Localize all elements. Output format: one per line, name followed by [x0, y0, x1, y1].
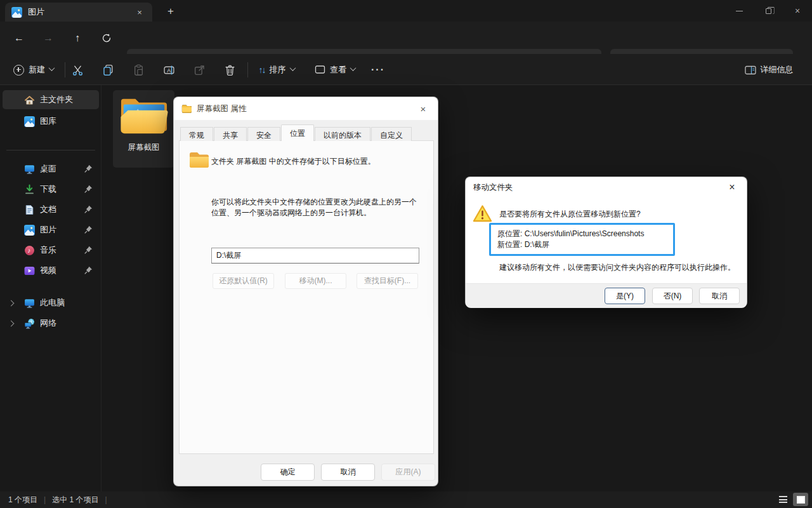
original-location-text: 原位置: C:\Users\fulin\Pictures\Screenshots [497, 229, 673, 239]
sidebar-item-network[interactable]: 网络 [3, 314, 99, 333]
details-view-button[interactable] [775, 493, 790, 506]
sort-icon: ↑↓ [259, 65, 265, 75]
location-highlight-box: 原位置: C:\Users\fulin\Pictures\Screenshots… [489, 223, 675, 256]
sidebar-item-music[interactable]: ♪ 音乐 [3, 241, 99, 260]
cut-icon [72, 64, 84, 76]
view-icon [315, 65, 325, 75]
properties-dialog-title: 屏幕截图 属性 [197, 104, 246, 114]
maximize-button[interactable] [754, 0, 783, 22]
folder-small-icon [181, 104, 192, 113]
new-tab-button[interactable]: + [162, 4, 179, 19]
new-button[interactable]: 新建 [8, 59, 60, 81]
up-button[interactable]: ↑ [67, 28, 88, 48]
new-location-text: 新位置: D:\截屏 [497, 239, 673, 250]
sort-button[interactable]: ↑↓ 排序 [251, 59, 302, 81]
warning-icon [473, 204, 492, 223]
explorer-tab[interactable]: 图片 × [5, 3, 152, 22]
new-plus-icon [13, 65, 24, 76]
gallery-icon [24, 116, 35, 127]
copy-button[interactable] [96, 59, 119, 81]
ok-button[interactable]: 确定 [261, 464, 315, 481]
status-divider: | [105, 495, 107, 504]
restore-icon [766, 8, 771, 14]
pictures-app-icon [11, 7, 22, 18]
sidebar-item-thispc[interactable]: 此电脑 [3, 293, 99, 312]
sidebar-item-pictures[interactable]: 图片 [3, 220, 99, 239]
yes-button[interactable]: 是(Y) [605, 288, 645, 304]
tab-close-icon[interactable]: × [133, 6, 146, 18]
command-bar: 新建 A ↑↓ 排序 查看 [0, 54, 812, 85]
new-button-label: 新建 [29, 64, 45, 76]
sidebar-item-label: 图片 [40, 224, 56, 236]
tab-security[interactable]: 安全 [247, 127, 280, 141]
chevron-down-icon [49, 65, 55, 71]
pin-icon [84, 185, 93, 193]
move-button[interactable]: 移动(M)... [285, 273, 346, 289]
window-controls: × [724, 0, 812, 22]
refresh-button[interactable] [96, 28, 117, 48]
cancel-button[interactable]: 取消 [321, 464, 375, 481]
location-intro-text: 文件夹 屏幕截图 中的文件存储于以下目标位置。 [211, 156, 421, 166]
move-question-text: 是否要将所有文件从原位置移动到新位置? [499, 209, 641, 220]
find-target-button[interactable]: 查找目标(F)... [357, 273, 418, 289]
thumbnail-view-button[interactable] [793, 493, 808, 506]
sidebar-item-desktop[interactable]: 桌面 [3, 159, 99, 178]
svg-text:♪: ♪ [27, 247, 30, 254]
view-button[interactable]: 查看 [308, 59, 362, 81]
tab-customize[interactable]: 自定义 [371, 127, 412, 141]
more-button[interactable]: ··· [367, 59, 390, 81]
details-pane-button[interactable]: 详细信息 [735, 59, 803, 81]
folder-icon [119, 95, 169, 135]
home-icon [24, 95, 35, 105]
folder-icon [188, 151, 210, 169]
sidebar-item-label: 图库 [40, 116, 56, 127]
sidebar-item-downloads[interactable]: 下载 [3, 180, 99, 199]
location-path-input[interactable] [211, 248, 419, 264]
rename-button[interactable]: A [157, 59, 180, 81]
no-button[interactable]: 否(N) [652, 288, 693, 304]
share-button[interactable] [188, 59, 211, 81]
cancel-button[interactable]: 取消 [699, 288, 740, 304]
tab-general[interactable]: 常规 [180, 127, 213, 141]
tab-previous-versions[interactable]: 以前的版本 [315, 127, 370, 141]
paste-button[interactable] [127, 59, 150, 81]
properties-tabs: 常规 共享 安全 位置 以前的版本 自定义 [180, 125, 412, 141]
thumbnail-view-icon [797, 496, 805, 504]
refresh-icon [102, 33, 112, 43]
pictures-icon [24, 225, 35, 236]
properties-close-icon[interactable]: × [409, 97, 438, 120]
cut-button[interactable] [66, 59, 89, 81]
sidebar-item-videos[interactable]: 视频 [3, 261, 99, 280]
sidebar-item-label: 网络 [40, 318, 56, 329]
pin-icon [84, 164, 93, 173]
expand-chevron-icon[interactable] [8, 300, 15, 306]
sidebar-item-home[interactable]: 主文件夹 [3, 90, 99, 109]
view-toggle [775, 493, 808, 506]
close-button[interactable]: × [783, 0, 812, 22]
sidebar-item-documents[interactable]: 文档 [3, 200, 99, 219]
folder-tile-screenshots[interactable]: 屏幕截图 [113, 90, 174, 168]
forward-button[interactable]: → [38, 28, 58, 48]
status-bar: 1 个项目 | 选中 1 个项目 | [0, 491, 812, 508]
sidebar-item-label: 此电脑 [40, 297, 65, 309]
restore-default-button[interactable]: 还原默认值(R) [213, 273, 274, 289]
sidebar-item-gallery[interactable]: 图库 [3, 112, 99, 131]
location-description-text: 你可以将此文件夹中文件存储的位置更改为此硬盘上的另一个位置、另一个驱动器或网络上… [211, 197, 421, 218]
title-bar: 图片 × + × [0, 0, 812, 22]
delete-button[interactable] [218, 59, 241, 81]
move-dialog-footer: 是(Y) 否(N) 取消 [466, 283, 747, 308]
expand-chevron-icon[interactable] [8, 320, 15, 326]
apply-button[interactable]: 应用(A) [381, 464, 435, 481]
toolbar-divider [247, 62, 248, 77]
move-folder-dialog: 移动文件夹 × 是否要将所有文件从原位置移动到新位置? 原位置: C:\User… [465, 177, 747, 307]
minimize-button[interactable] [724, 0, 754, 22]
move-dialog-close-icon[interactable]: × [717, 177, 747, 197]
selected-count: 选中 1 个项目 [52, 495, 98, 505]
sidebar-separator [6, 150, 95, 150]
details-view-icon [779, 496, 787, 503]
tab-location[interactable]: 位置 [281, 124, 314, 141]
network-icon [24, 318, 35, 329]
pin-icon [84, 205, 93, 213]
back-button[interactable]: ← [9, 28, 29, 48]
tab-sharing[interactable]: 共享 [214, 127, 247, 141]
